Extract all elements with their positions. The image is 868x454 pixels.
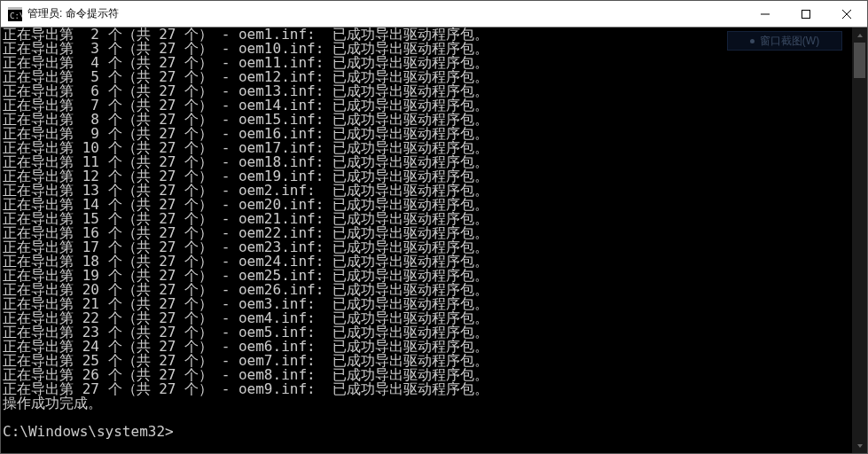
window-title: 管理员: 命令提示符 — [27, 6, 119, 21]
dot-icon — [750, 39, 755, 43]
close-button[interactable] — [826, 1, 867, 27]
screenshot-overlay-label: 窗口截图(W) — [760, 34, 819, 49]
titlebar[interactable]: C:\ 管理员: 命令提示符 — [1, 1, 867, 27]
svg-marker-8 — [857, 444, 863, 448]
cmd-icon: C:\ — [8, 7, 22, 21]
client-area: 正在导出第 2 个（共 27 个） - oem1.inf: 已成功导出驱动程序包… — [1, 27, 867, 453]
window-controls — [745, 1, 867, 27]
console-line: 正在导出第 27 个（共 27 个） - oem9.inf: 已成功导出驱动程序… — [3, 382, 852, 396]
scroll-up-button[interactable] — [852, 27, 867, 43]
svg-rect-1 — [8, 7, 22, 10]
scroll-down-button[interactable] — [852, 438, 867, 453]
scroll-thumb[interactable] — [854, 43, 865, 78]
minimize-button[interactable] — [745, 1, 786, 27]
vertical-scrollbar[interactable] — [852, 27, 867, 453]
svg-text:C:\: C:\ — [10, 12, 22, 20]
console-output[interactable]: 正在导出第 2 个（共 27 个） - oem1.inf: 已成功导出驱动程序包… — [1, 27, 852, 453]
svg-rect-4 — [802, 10, 810, 18]
svg-marker-7 — [857, 34, 863, 37]
scroll-track[interactable] — [852, 43, 867, 438]
console-line: 操作成功完成。 — [3, 396, 852, 411]
console-line: C:\Windows\system32> — [3, 425, 852, 439]
maximize-button[interactable] — [786, 1, 826, 27]
screenshot-overlay-button[interactable]: 窗口截图(W) — [727, 31, 842, 51]
command-prompt-window: C:\ 管理员: 命令提示符 正在导出第 2 个（共 27 个） - oem1.… — [0, 0, 868, 454]
